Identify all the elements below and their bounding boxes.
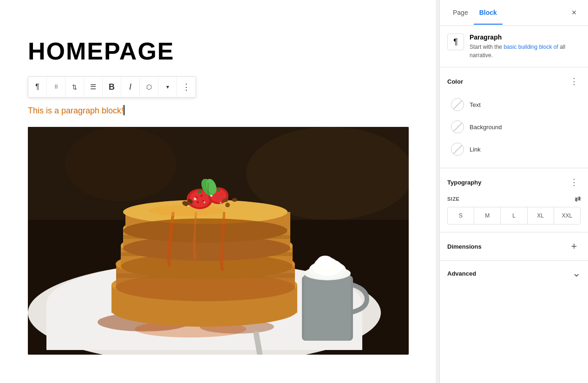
drag-handle-button[interactable]: ⠿ (47, 77, 65, 97)
typography-section-title: Typography (447, 179, 481, 186)
text-color-swatch (451, 98, 464, 111)
dimensions-section: Dimensions + (440, 232, 588, 261)
size-label: SIZE ⇄ (447, 194, 581, 203)
svg-point-49 (220, 202, 222, 204)
svg-point-48 (203, 201, 205, 203)
options-button[interactable]: ⋮ (177, 77, 196, 97)
more-formats-button[interactable]: ▾ (158, 77, 177, 97)
svg-point-50 (187, 205, 189, 207)
link-color-label: Link (470, 146, 481, 153)
svg-point-46 (194, 198, 196, 200)
link-color-option[interactable]: Link (447, 138, 581, 160)
dimensions-title: Dimensions (447, 243, 482, 250)
background-color-swatch (451, 120, 464, 133)
color-section: Color ⋮ Text Background Link (440, 67, 588, 168)
size-buttons-group: S M L XL XXL (447, 207, 581, 225)
text-color-option[interactable]: Text (447, 93, 581, 116)
svg-point-44 (225, 203, 230, 207)
svg-point-47 (210, 194, 213, 197)
svg-point-45 (232, 198, 237, 202)
advanced-chevron-button[interactable]: ⌄ (572, 268, 581, 278)
size-controls-icon[interactable]: ⇄ (575, 194, 581, 203)
close-button[interactable]: × (568, 7, 581, 20)
move-updown-button[interactable]: ⇅ (65, 77, 84, 97)
block-toolbar: ¶ ⠿ ⇅ ☰ B I ⬡ ▾ ⋮ (28, 76, 196, 98)
typography-more-button[interactable]: ⋮ (568, 176, 581, 189)
tab-block[interactable]: Block (474, 1, 503, 25)
block-title: Paragraph (470, 33, 581, 41)
advanced-header: Advanced ⌄ (447, 268, 581, 278)
text-color-label: Text (470, 101, 481, 108)
color-section-title: Color (447, 78, 463, 85)
text-cursor (124, 105, 124, 115)
block-description-text: Start with the basic building block of a… (470, 43, 581, 59)
link-color-swatch (451, 143, 464, 156)
food-image-block (28, 127, 409, 355)
block-description-link[interactable]: basic building block of (503, 44, 558, 50)
size-m-button[interactable]: M (474, 207, 501, 224)
size-l-button[interactable]: L (501, 207, 527, 224)
block-description: Paragraph Start with the basic building … (470, 33, 581, 59)
color-section-header: Color ⋮ (447, 75, 581, 88)
paragraph-type-button[interactable]: ¶ (28, 77, 47, 97)
bold-button[interactable]: B (103, 77, 121, 97)
svg-point-29 (149, 205, 223, 216)
scrollbar[interactable] (436, 0, 439, 383)
typography-section: Typography ⋮ SIZE ⇄ S M L XL XXL (440, 168, 588, 232)
page-title: HOMEPAGE (28, 37, 412, 65)
svg-point-33 (201, 195, 203, 197)
typography-section-header: Typography ⋮ (447, 176, 581, 189)
background-color-label: Background (470, 124, 502, 131)
svg-point-57 (317, 256, 333, 269)
svg-rect-52 (304, 273, 351, 341)
block-type-icon: ¶ (447, 33, 464, 50)
dimensions-add-button[interactable]: + (568, 240, 581, 253)
color-more-button[interactable]: ⋮ (568, 75, 581, 88)
tab-page[interactable]: Page (447, 1, 474, 25)
block-info-section: ¶ Paragraph Start with the basic buildin… (440, 26, 588, 67)
advanced-section: Advanced ⌄ (440, 261, 588, 286)
sidebar: Page Block × ¶ Paragraph Start with the … (439, 0, 588, 383)
paragraph-text[interactable]: This is a paragraph block! (28, 105, 412, 116)
size-xxl-button[interactable]: XXL (554, 207, 580, 224)
advanced-title: Advanced (447, 270, 476, 277)
editor-area: HOMEPAGE ¶ ⠿ ⇅ ☰ B I ⬡ ▾ ⋮ This is a par… (0, 0, 439, 383)
dimensions-header: Dimensions + (447, 240, 581, 253)
size-s-button[interactable]: S (448, 207, 474, 224)
tab-bar: Page Block × (440, 0, 588, 26)
link-button[interactable]: ⬡ (140, 77, 158, 97)
svg-point-35 (197, 201, 199, 203)
italic-button[interactable]: I (121, 77, 140, 97)
background-color-option[interactable]: Background (447, 116, 581, 138)
align-button[interactable]: ☰ (84, 77, 103, 97)
size-xl-button[interactable]: XL (528, 207, 554, 224)
